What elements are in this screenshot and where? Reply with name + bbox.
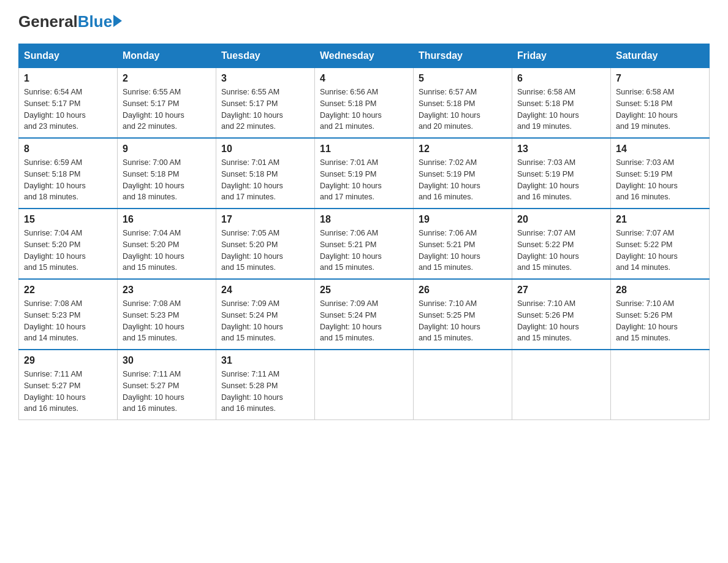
day-info: Sunrise: 7:08 AM Sunset: 5:23 PM Dayligh… bbox=[123, 298, 211, 344]
page-header: General Blue bbox=[18, 12, 710, 31]
day-number: 3 bbox=[221, 73, 309, 84]
calendar-cell: 4 Sunrise: 6:56 AM Sunset: 5:18 PM Dayli… bbox=[315, 68, 414, 139]
day-info: Sunrise: 7:07 AM Sunset: 5:22 PM Dayligh… bbox=[517, 228, 605, 274]
day-info: Sunrise: 7:11 AM Sunset: 5:28 PM Dayligh… bbox=[221, 369, 309, 415]
day-info: Sunrise: 6:58 AM Sunset: 5:18 PM Dayligh… bbox=[616, 86, 704, 132]
day-number: 26 bbox=[419, 285, 507, 296]
calendar-cell: 2 Sunrise: 6:55 AM Sunset: 5:17 PM Dayli… bbox=[118, 68, 216, 139]
day-info: Sunrise: 7:04 AM Sunset: 5:20 PM Dayligh… bbox=[123, 228, 211, 274]
day-info: Sunrise: 7:09 AM Sunset: 5:24 PM Dayligh… bbox=[221, 298, 309, 344]
day-info: Sunrise: 7:11 AM Sunset: 5:27 PM Dayligh… bbox=[123, 369, 211, 415]
day-info: Sunrise: 6:56 AM Sunset: 5:18 PM Dayligh… bbox=[320, 86, 408, 132]
calendar-cell: 6 Sunrise: 6:58 AM Sunset: 5:18 PM Dayli… bbox=[512, 68, 611, 139]
calendar-cell: 10 Sunrise: 7:01 AM Sunset: 5:18 PM Dayl… bbox=[216, 138, 315, 209]
day-info: Sunrise: 6:55 AM Sunset: 5:17 PM Dayligh… bbox=[221, 86, 309, 132]
calendar-cell: 27 Sunrise: 7:10 AM Sunset: 5:26 PM Dayl… bbox=[512, 279, 611, 350]
calendar-cell: 9 Sunrise: 7:00 AM Sunset: 5:18 PM Dayli… bbox=[118, 138, 216, 209]
day-number: 9 bbox=[123, 144, 211, 155]
day-number: 27 bbox=[517, 285, 605, 296]
calendar-cell: 14 Sunrise: 7:03 AM Sunset: 5:19 PM Dayl… bbox=[611, 138, 710, 209]
day-number: 30 bbox=[123, 355, 211, 366]
calendar-header-wednesday: Wednesday bbox=[315, 44, 414, 68]
day-number: 13 bbox=[517, 144, 605, 155]
day-number: 21 bbox=[616, 214, 704, 225]
day-info: Sunrise: 7:08 AM Sunset: 5:23 PM Dayligh… bbox=[24, 298, 112, 344]
day-number: 23 bbox=[123, 285, 211, 296]
calendar-cell: 5 Sunrise: 6:57 AM Sunset: 5:18 PM Dayli… bbox=[414, 68, 512, 139]
calendar-cell: 17 Sunrise: 7:05 AM Sunset: 5:20 PM Dayl… bbox=[216, 209, 315, 279]
day-number: 12 bbox=[419, 144, 507, 155]
logo-general-text: General bbox=[18, 12, 78, 31]
day-number: 19 bbox=[419, 214, 507, 225]
day-number: 7 bbox=[616, 73, 704, 84]
day-number: 8 bbox=[24, 144, 112, 155]
calendar-header-friday: Friday bbox=[512, 44, 611, 68]
calendar-cell: 19 Sunrise: 7:06 AM Sunset: 5:21 PM Dayl… bbox=[414, 209, 512, 279]
calendar-cell: 23 Sunrise: 7:08 AM Sunset: 5:23 PM Dayl… bbox=[118, 279, 216, 350]
day-number: 20 bbox=[517, 214, 605, 225]
day-info: Sunrise: 6:57 AM Sunset: 5:18 PM Dayligh… bbox=[419, 86, 507, 132]
day-number: 4 bbox=[320, 73, 408, 84]
day-number: 18 bbox=[320, 214, 408, 225]
day-info: Sunrise: 7:06 AM Sunset: 5:21 PM Dayligh… bbox=[320, 228, 408, 274]
day-number: 15 bbox=[24, 214, 112, 225]
calendar-cell: 12 Sunrise: 7:02 AM Sunset: 5:19 PM Dayl… bbox=[414, 138, 512, 209]
day-info: Sunrise: 7:10 AM Sunset: 5:26 PM Dayligh… bbox=[616, 298, 704, 344]
calendar-cell: 1 Sunrise: 6:54 AM Sunset: 5:17 PM Dayli… bbox=[19, 68, 118, 139]
calendar-week-row: 1 Sunrise: 6:54 AM Sunset: 5:17 PM Dayli… bbox=[19, 68, 710, 139]
calendar-cell: 8 Sunrise: 6:59 AM Sunset: 5:18 PM Dayli… bbox=[19, 138, 118, 209]
day-number: 31 bbox=[221, 355, 309, 366]
day-number: 14 bbox=[616, 144, 704, 155]
calendar-cell bbox=[512, 350, 611, 420]
calendar-cell bbox=[414, 350, 512, 420]
day-info: Sunrise: 7:03 AM Sunset: 5:19 PM Dayligh… bbox=[616, 157, 704, 203]
day-number: 25 bbox=[320, 285, 408, 296]
day-number: 6 bbox=[517, 73, 605, 84]
day-number: 29 bbox=[24, 355, 112, 366]
calendar-week-row: 22 Sunrise: 7:08 AM Sunset: 5:23 PM Dayl… bbox=[19, 279, 710, 350]
day-info: Sunrise: 7:00 AM Sunset: 5:18 PM Dayligh… bbox=[123, 157, 211, 203]
day-info: Sunrise: 7:06 AM Sunset: 5:21 PM Dayligh… bbox=[419, 228, 507, 274]
day-info: Sunrise: 7:10 AM Sunset: 5:25 PM Dayligh… bbox=[419, 298, 507, 344]
calendar-cell: 15 Sunrise: 7:04 AM Sunset: 5:20 PM Dayl… bbox=[19, 209, 118, 279]
calendar-table: SundayMondayTuesdayWednesdayThursdayFrid… bbox=[18, 44, 710, 420]
day-number: 28 bbox=[616, 285, 704, 296]
calendar-cell: 13 Sunrise: 7:03 AM Sunset: 5:19 PM Dayl… bbox=[512, 138, 611, 209]
day-number: 24 bbox=[221, 285, 309, 296]
day-info: Sunrise: 7:10 AM Sunset: 5:26 PM Dayligh… bbox=[517, 298, 605, 344]
day-info: Sunrise: 7:02 AM Sunset: 5:19 PM Dayligh… bbox=[419, 157, 507, 203]
day-info: Sunrise: 6:55 AM Sunset: 5:17 PM Dayligh… bbox=[123, 86, 211, 132]
calendar-cell: 18 Sunrise: 7:06 AM Sunset: 5:21 PM Dayl… bbox=[315, 209, 414, 279]
calendar-cell bbox=[315, 350, 414, 420]
calendar-header-thursday: Thursday bbox=[414, 44, 512, 68]
calendar-header-tuesday: Tuesday bbox=[216, 44, 315, 68]
calendar-week-row: 29 Sunrise: 7:11 AM Sunset: 5:27 PM Dayl… bbox=[19, 350, 710, 420]
calendar-week-row: 15 Sunrise: 7:04 AM Sunset: 5:20 PM Dayl… bbox=[19, 209, 710, 279]
day-info: Sunrise: 6:54 AM Sunset: 5:17 PM Dayligh… bbox=[24, 86, 112, 132]
day-info: Sunrise: 7:03 AM Sunset: 5:19 PM Dayligh… bbox=[517, 157, 605, 203]
logo-triangle-icon bbox=[113, 15, 122, 27]
calendar-cell: 20 Sunrise: 7:07 AM Sunset: 5:22 PM Dayl… bbox=[512, 209, 611, 279]
day-info: Sunrise: 7:07 AM Sunset: 5:22 PM Dayligh… bbox=[616, 228, 704, 274]
day-info: Sunrise: 6:58 AM Sunset: 5:18 PM Dayligh… bbox=[517, 86, 605, 132]
day-info: Sunrise: 7:01 AM Sunset: 5:19 PM Dayligh… bbox=[320, 157, 408, 203]
calendar-cell: 16 Sunrise: 7:04 AM Sunset: 5:20 PM Dayl… bbox=[118, 209, 216, 279]
day-info: Sunrise: 7:05 AM Sunset: 5:20 PM Dayligh… bbox=[221, 228, 309, 274]
day-number: 17 bbox=[221, 214, 309, 225]
day-info: Sunrise: 7:11 AM Sunset: 5:27 PM Dayligh… bbox=[24, 369, 112, 415]
calendar-cell: 11 Sunrise: 7:01 AM Sunset: 5:19 PM Dayl… bbox=[315, 138, 414, 209]
calendar-header-saturday: Saturday bbox=[611, 44, 710, 68]
day-info: Sunrise: 7:04 AM Sunset: 5:20 PM Dayligh… bbox=[24, 228, 112, 274]
day-number: 1 bbox=[24, 73, 112, 84]
calendar-cell: 26 Sunrise: 7:10 AM Sunset: 5:25 PM Dayl… bbox=[414, 279, 512, 350]
calendar-header-row: SundayMondayTuesdayWednesdayThursdayFrid… bbox=[19, 44, 710, 68]
day-number: 22 bbox=[24, 285, 112, 296]
calendar-header-sunday: Sunday bbox=[19, 44, 118, 68]
day-info: Sunrise: 6:59 AM Sunset: 5:18 PM Dayligh… bbox=[24, 157, 112, 203]
calendar-cell: 24 Sunrise: 7:09 AM Sunset: 5:24 PM Dayl… bbox=[216, 279, 315, 350]
calendar-cell: 31 Sunrise: 7:11 AM Sunset: 5:28 PM Dayl… bbox=[216, 350, 315, 420]
calendar-cell: 30 Sunrise: 7:11 AM Sunset: 5:27 PM Dayl… bbox=[118, 350, 216, 420]
calendar-cell: 25 Sunrise: 7:09 AM Sunset: 5:24 PM Dayl… bbox=[315, 279, 414, 350]
calendar-cell: 3 Sunrise: 6:55 AM Sunset: 5:17 PM Dayli… bbox=[216, 68, 315, 139]
logo: General Blue bbox=[18, 12, 122, 31]
